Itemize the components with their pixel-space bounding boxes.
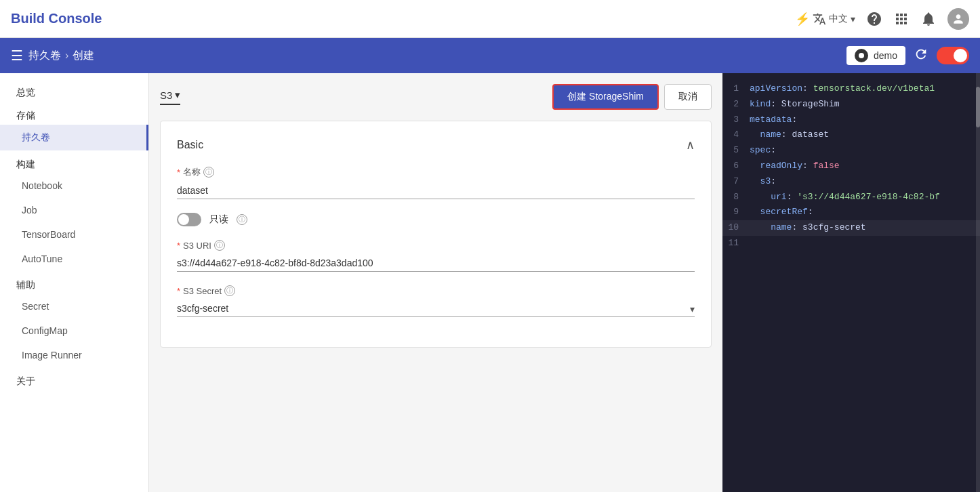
notification-icon[interactable] <box>920 11 937 27</box>
form-card-header: Basic ∧ <box>177 138 695 152</box>
content-area: S3 ▾ 创建 StorageShim 取消 Basic ∧ * <box>149 73 980 492</box>
code-scrollbar-thumb <box>976 87 980 127</box>
s3uri-info-icon[interactable]: ⓘ <box>214 240 225 251</box>
s3secret-label: * S3 Secret ⓘ <box>177 285 695 296</box>
lang-selector[interactable]: ⚡ 中文 ▾ <box>795 12 855 26</box>
readonly-toggle-row: 只读 ⓘ <box>177 213 695 226</box>
code-line-4: 4 name: dataset <box>722 127 980 143</box>
s3uri-input[interactable] <box>177 255 695 272</box>
readonly-info-icon[interactable]: ⓘ <box>237 214 247 225</box>
menu-icon[interactable]: ☰ <box>11 47 23 64</box>
s3secret-info-icon[interactable]: ⓘ <box>224 285 235 296</box>
breadcrumb-separator: › <box>65 49 68 62</box>
collapse-icon[interactable]: ∧ <box>686 138 695 152</box>
breadcrumb: 持久卷 › 创建 <box>28 49 94 63</box>
create-storageshim-button[interactable]: 创建 StorageShim <box>552 84 659 110</box>
breadcrumb-parent[interactable]: 持久卷 <box>28 49 61 63</box>
form-actions: 创建 StorageShim 取消 <box>552 84 712 110</box>
code-line-2: 2 kind: StorageShim <box>722 97 980 112</box>
sidebar-item-tensorboard[interactable]: TensorBoard <box>0 222 148 247</box>
code-line-1: 1 apiVersion: tensorstack.dev/v1beta1 <box>722 81 980 97</box>
lang-label: 中文 <box>829 13 848 25</box>
sidebar-item-job[interactable]: Job <box>0 198 148 222</box>
storage-type-label: S3 <box>160 89 172 101</box>
subheader: ☰ 持久卷 › 创建 demo <box>0 38 980 73</box>
code-line-5: 5 spec: <box>722 143 980 159</box>
sidebar-item-configmap[interactable]: ConfigMap <box>0 319 148 343</box>
code-line-3: 3 metadata: <box>722 112 980 128</box>
name-label: * 名称 ⓘ <box>177 166 695 178</box>
name-info-icon[interactable]: ⓘ <box>203 167 214 178</box>
apps-icon[interactable] <box>893 11 910 27</box>
code-line-6: 6 readOnly: false <box>722 159 980 174</box>
name-field: * 名称 ⓘ <box>177 166 695 199</box>
sidebar-section-build: 构建 <box>0 150 148 173</box>
name-input[interactable] <box>177 182 695 199</box>
form-section-title: Basic <box>177 139 203 151</box>
name-required-star: * <box>177 167 180 178</box>
code-panel: 1 apiVersion: tensorstack.dev/v1beta1 2 … <box>722 73 980 492</box>
sidebar-section-about: 关于 <box>0 367 148 390</box>
refresh-icon[interactable] <box>914 47 928 65</box>
code-line-7: 7 s3: <box>722 174 980 190</box>
code-line-11: 11 <box>722 236 980 251</box>
code-line-9: 9 secretRef: <box>722 205 980 220</box>
code-line-8: 8 uri: 's3://4d44a627-e918-4c82-bf <box>722 190 980 205</box>
power-toggle[interactable] <box>937 47 969 64</box>
sidebar-section-storage: 存储 <box>0 102 148 125</box>
avatar[interactable] <box>947 8 969 30</box>
translate-icon: ⚡ <box>795 12 810 26</box>
s3secret-select[interactable]: s3cfg-secret <box>177 300 695 317</box>
s3secret-field: * S3 Secret ⓘ s3cfg-secret ▾ <box>177 285 695 317</box>
breadcrumb-current: 创建 <box>73 49 94 63</box>
cluster-name: demo <box>874 50 897 61</box>
sidebar: 总览 存储 持久卷 构建 Notebook Job TensorBoard Au… <box>0 73 149 492</box>
storage-type-selector[interactable]: S3 ▾ <box>160 89 180 105</box>
sidebar-section-auxiliary: 辅助 <box>0 271 148 294</box>
form-panel: S3 ▾ 创建 StorageShim 取消 Basic ∧ * <box>149 73 722 492</box>
help-icon[interactable] <box>866 11 882 27</box>
s3uri-field: * S3 URI ⓘ <box>177 240 695 272</box>
header-left: Build Console <box>11 11 102 26</box>
subheader-right: demo <box>846 46 969 65</box>
header-right: ⚡ 中文 ▾ <box>795 8 969 30</box>
sidebar-section-overview: 总览 <box>0 79 148 102</box>
header: Build Console ⚡ 中文 ▾ <box>0 0 980 38</box>
s3secret-select-wrapper: s3cfg-secret ▾ <box>177 300 695 317</box>
sidebar-item-image-runner[interactable]: Image Runner <box>0 343 148 367</box>
s3uri-required-star: * <box>177 241 180 251</box>
cancel-button[interactable]: 取消 <box>664 84 712 110</box>
sidebar-item-secret[interactable]: Secret <box>0 294 148 319</box>
app-title[interactable]: Build Console <box>11 11 102 26</box>
code-scrollbar[interactable] <box>976 73 980 492</box>
lang-chevron-icon[interactable]: ▾ <box>851 14 855 24</box>
translate-icon-svg <box>813 12 826 26</box>
form-card: Basic ∧ * 名称 ⓘ 只读 ⓘ <box>160 121 712 348</box>
main-layout: 总览 存储 持久卷 构建 Notebook Job TensorBoard Au… <box>0 73 980 492</box>
storage-type-chevron-icon: ▾ <box>175 89 180 101</box>
s3secret-required-star: * <box>177 286 180 296</box>
sidebar-item-notebook[interactable]: Notebook <box>0 173 148 198</box>
subheader-left: ☰ 持久卷 › 创建 <box>11 47 94 64</box>
cluster-selector[interactable]: demo <box>846 46 905 65</box>
sidebar-item-autotune[interactable]: AutoTune <box>0 247 148 271</box>
code-line-10: 10 name: s3cfg-secret <box>722 220 980 236</box>
readonly-label: 只读 <box>209 213 228 226</box>
s3uri-label: * S3 URI ⓘ <box>177 240 695 251</box>
form-topbar: S3 ▾ 创建 StorageShim 取消 <box>160 84 712 110</box>
sidebar-item-persistent-volume[interactable]: 持久卷 <box>0 125 148 150</box>
readonly-toggle[interactable] <box>177 213 201 226</box>
cluster-icon <box>855 49 868 62</box>
